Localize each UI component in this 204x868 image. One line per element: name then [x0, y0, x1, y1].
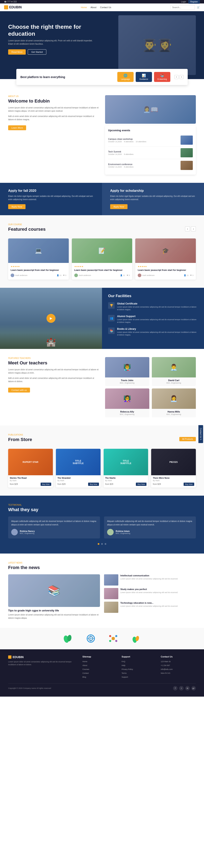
- teachers-section: Featured Teachers Meet Our teachers Lore…: [0, 349, 204, 426]
- buy-button-4[interactable]: Buy Now: [183, 483, 194, 486]
- store-title-area: Publications From Store: [8, 434, 32, 445]
- top-bar-actions[interactable]: Login Register: [179, 1, 200, 3]
- author-avatar-3: [138, 274, 141, 277]
- apply-section: Apply for fall 2020 Etiam nis tortor ege…: [0, 183, 204, 215]
- contact-email[interactable]: info@edu.com: [161, 668, 173, 670]
- social-facebook[interactable]: f: [173, 686, 177, 690]
- partners-grid: [8, 634, 196, 643]
- news-grid: 📚 Tips to grade high cgpa in university …: [8, 574, 196, 620]
- get-started-button[interactable]: Get Started: [28, 49, 46, 55]
- footer-sitemap-title: Sitemap: [82, 655, 117, 658]
- course-footer-3: track anderson 👤 11 ❤ 3: [138, 274, 194, 277]
- book-title-3: The Startic: [105, 477, 147, 479]
- about-label: About us: [8, 95, 99, 97]
- book-body-4: There Were None By Mark from $28 Buy Now: [151, 475, 196, 488]
- social-linkedin[interactable]: in: [185, 686, 190, 690]
- search-input[interactable]: [170, 5, 195, 9]
- sitemap-home[interactable]: Home: [82, 660, 87, 662]
- play-button[interactable]: ▶: [47, 314, 56, 323]
- courses-next-button[interactable]: ›: [191, 226, 196, 231]
- contact-phone[interactable]: +1 234 567: [161, 664, 170, 666]
- book-cover-text-2: TITLESUBTITLE: [71, 459, 85, 465]
- nav-contact[interactable]: Contact Us: [100, 6, 111, 8]
- read-more-button[interactable]: Read More: [8, 49, 26, 55]
- sitemap-about[interactable]: About: [82, 664, 87, 666]
- news-label: Latest News: [8, 562, 196, 564]
- news-list: Intellectual communication Lorem ipsum d…: [104, 574, 196, 620]
- nav-home[interactable]: Home: [81, 6, 87, 8]
- sitemap-courses[interactable]: Courses: [82, 668, 89, 670]
- platform-prev-button[interactable]: ‹: [174, 75, 178, 79]
- course-img-3: 🎓: [135, 239, 196, 263]
- course-footer-1: track anderson 👤 11 ❤ 3: [10, 274, 66, 277]
- dot-3[interactable]: [105, 543, 106, 545]
- dot-2[interactable]: [101, 543, 103, 545]
- event-3-date: October 14,2020: [108, 166, 122, 168]
- support-faq[interactable]: FAQ: [122, 660, 125, 662]
- support-support[interactable]: Support: [122, 676, 128, 678]
- register-link[interactable]: Register: [188, 0, 200, 4]
- course-body-3: ★★★★★ Learn basic javascript from start …: [135, 263, 196, 279]
- dot-1[interactable]: [98, 543, 99, 545]
- store-label: Publications: [8, 434, 32, 436]
- login-link[interactable]: Login: [181, 1, 186, 3]
- buy-button-1[interactable]: Buy Now: [40, 483, 51, 486]
- teacher-name-3: Rebecca Ally: [105, 410, 149, 413]
- facility-library: 📚 Books & Library Lorem ipsum dolor sit …: [108, 328, 198, 337]
- all-products-button[interactable]: All Products: [179, 437, 196, 441]
- course-rating-1: ★★★★★: [10, 265, 66, 268]
- course-body-2: ★★★★★ Learn basic javascript from start …: [72, 263, 133, 279]
- footer-logo: EDUBIN: [8, 655, 78, 659]
- testimonials-section: Testimonial What they say Aliquam sollic…: [0, 496, 204, 554]
- book-cover-text-3: TITLESUBTITLE: [119, 459, 133, 465]
- footer-sitemap: Sitemap Home About Courses Contact Blog: [82, 655, 117, 679]
- testimonial-2: Aliquam sollicitudin adipiscing elit sed…: [104, 517, 196, 538]
- course-students-1: 👤 11: [57, 274, 62, 276]
- contact-teachers-button[interactable]: Contact with us: [8, 388, 30, 393]
- apply-fall-title: Apply for fall 2020: [8, 189, 94, 193]
- sitemap-contact[interactable]: Contact: [82, 672, 89, 674]
- cart-icon[interactable]: 🛒: [197, 6, 200, 9]
- apply-fall-button[interactable]: Apply Now: [8, 204, 26, 209]
- buy-button-3[interactable]: Buy Now: [136, 483, 146, 486]
- nav-about[interactable]: About: [91, 6, 96, 8]
- platform-title: Best platform to learn everything: [20, 75, 113, 79]
- book-body-3: The Startic By Mark from $28 Buy Now: [104, 475, 148, 488]
- support-privacy[interactable]: Privacy Policy: [122, 668, 133, 670]
- teacher-card-4: 👩‍💼 Hanna Mills BSC, Engineering: [152, 389, 196, 417]
- support-terms[interactable]: Terms: [122, 672, 127, 674]
- event-2-info: Tech Summit October 14,2020 8 attendees: [108, 150, 135, 155]
- book-price-1: from $28: [10, 483, 18, 485]
- event-1: Campus clean workshop October 14,2020 8 …: [108, 134, 193, 147]
- about-right: 👩‍💼📖 Upcoming events Campus clean worksh…: [105, 95, 196, 175]
- learn-more-button[interactable]: Learn More: [8, 125, 26, 130]
- social-twitter[interactable]: t: [179, 686, 183, 690]
- books-grid: RUPERT STAR Stories The Road By Mark fro…: [8, 449, 196, 488]
- news-item-1: Intellectual communication Lorem ipsum d…: [104, 574, 196, 586]
- footer-logo-icon: [8, 655, 11, 659]
- buy-button-2[interactable]: Buy Now: [88, 483, 99, 486]
- sitemap-blog[interactable]: Blog: [82, 676, 86, 678]
- support-help[interactable]: Help: [122, 664, 125, 666]
- hero-content: Choose the right theme for education Lor…: [8, 24, 94, 55]
- book-title-2: The Stranded: [58, 477, 99, 479]
- platform-next-button[interactable]: ›: [179, 75, 183, 79]
- apply-scholarship-button[interactable]: Apply Now: [110, 204, 127, 209]
- testimonials-grid: Aliquam sollicitudin adipiscing elit sed…: [8, 517, 196, 538]
- event-2-spots: 8 attendees: [124, 153, 134, 155]
- courses-prev-button[interactable]: ‹: [185, 226, 190, 231]
- course-img-placeholder-2: 📝: [72, 239, 133, 263]
- testimonial-author-1: Robina Nancy BSC, Engineering: [11, 529, 97, 535]
- testimonial-name-1: Robina Nancy: [20, 530, 35, 532]
- contact-us-tab[interactable]: Contact Us ✎: [198, 425, 203, 443]
- social-googleplus[interactable]: g+: [191, 686, 196, 690]
- teacher-card-3: 👩‍🏫 Rebecca Ally BSC, Engineering: [105, 389, 149, 417]
- book-cover-2: TITLESUBTITLE: [56, 449, 100, 475]
- footer-logo-text: EDUBIN: [13, 655, 24, 659]
- teachers-title: Meet Our teachers: [8, 360, 99, 366]
- main-nav: EDUBIN Home About Contact Us 🛒: [0, 3, 204, 11]
- partner-logo-3: [107, 634, 119, 643]
- partner-2: [85, 634, 97, 643]
- course-card-1: 💻 ★★★★★ Learn basic javascript from star…: [8, 239, 69, 279]
- testimonial-1: Aliquam sollicitudin adipiscing elit sed…: [8, 517, 100, 538]
